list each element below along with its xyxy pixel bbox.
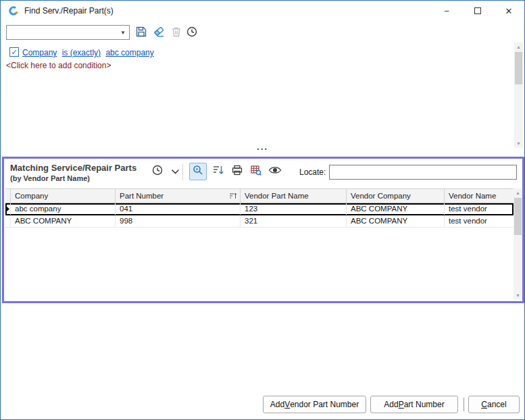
delete-filter-button[interactable] bbox=[168, 25, 184, 41]
scroll-up-arrow-icon[interactable]: ▲ bbox=[514, 43, 523, 51]
cell-part-number: 998 bbox=[116, 215, 241, 227]
maximize-icon bbox=[474, 7, 481, 14]
title-bar: Find Serv./Repair Part(s) – ✕ bbox=[1, 1, 524, 21]
filter-area-scrollbar[interactable]: ▲ ▼ bbox=[514, 43, 523, 148]
column-header-vendor-part-name[interactable]: Vendor Part Name bbox=[241, 189, 347, 203]
results-scrollbar[interactable]: ▲ ▼ bbox=[514, 188, 522, 300]
column-header-part-number[interactable]: Part Number bbox=[116, 189, 241, 203]
view-history-button[interactable] bbox=[149, 163, 166, 180]
cell-vendor-name: test vendor bbox=[445, 215, 514, 227]
cancel-button[interactable]: Cancel bbox=[468, 396, 520, 413]
combo-dropdown-arrow-icon[interactable]: ▼ bbox=[117, 26, 129, 39]
clock-icon bbox=[186, 26, 198, 41]
button-label: art Number bbox=[404, 400, 445, 409]
clock-icon bbox=[151, 164, 164, 179]
cell-company: abc company bbox=[11, 203, 116, 215]
table-search-icon bbox=[250, 164, 262, 179]
splitter-handle[interactable]: ··· bbox=[1, 146, 524, 155]
checkmark-icon: ✓ bbox=[11, 48, 17, 56]
clear-filter-button[interactable] bbox=[151, 25, 167, 41]
eraser-icon bbox=[153, 26, 165, 41]
eye-icon bbox=[268, 165, 282, 178]
cell-company: ABC COMPANY bbox=[11, 215, 116, 227]
scroll-up-arrow-icon[interactable]: ▲ bbox=[514, 188, 522, 197]
close-button[interactable]: ✕ bbox=[493, 1, 524, 21]
view-dropdown-button[interactable] bbox=[166, 163, 184, 180]
scrollbar-thumb[interactable] bbox=[515, 52, 522, 84]
find-parts-dialog: Find Serv./Repair Part(s) – ✕ ▼ bbox=[0, 0, 525, 420]
chevron-down-icon bbox=[171, 165, 180, 178]
locate-label: Locate: bbox=[299, 167, 326, 177]
button-mnemonic: C bbox=[481, 400, 487, 409]
minimize-button[interactable]: – bbox=[431, 1, 462, 21]
trash-icon bbox=[170, 26, 182, 41]
button-label: Add bbox=[384, 400, 398, 409]
window-title: Find Serv./Repair Part(s) bbox=[24, 1, 114, 21]
results-title: Matching Service/Repair Parts bbox=[10, 163, 136, 173]
preview-toggle-button[interactable] bbox=[189, 163, 207, 180]
sort-ascending-icon bbox=[229, 192, 237, 199]
scrollbar-thumb[interactable] bbox=[514, 198, 522, 235]
scroll-down-arrow-icon[interactable]: ▼ bbox=[514, 291, 522, 300]
condition-value-link[interactable]: abc company bbox=[105, 48, 153, 57]
column-header-label: Part Number bbox=[120, 192, 164, 200]
cell-vendor-part-name: 321 bbox=[241, 215, 347, 227]
sort-icon bbox=[212, 164, 224, 179]
toolbar-separator bbox=[182, 163, 183, 180]
save-icon bbox=[135, 26, 147, 41]
cell-vendor-company: ABC COMPANY bbox=[347, 215, 445, 227]
results-table: Company Part Number Vendor Part Name bbox=[5, 188, 514, 228]
sort-button[interactable] bbox=[209, 163, 227, 180]
cell-part-number: 041 bbox=[116, 203, 241, 215]
cell-vendor-company: ABC COMPANY bbox=[347, 203, 445, 215]
close-icon: ✕ bbox=[505, 6, 513, 16]
app-logo-icon bbox=[8, 5, 19, 16]
button-label: ancel bbox=[487, 400, 507, 409]
cell-vendor-name: test vendor bbox=[445, 203, 514, 215]
filter-history-button[interactable] bbox=[184, 25, 200, 41]
results-subtitle: (by Vendor Part Name) bbox=[10, 174, 90, 182]
column-header-vendor-name[interactable]: Vendor Name bbox=[445, 189, 514, 203]
minimize-icon: – bbox=[445, 6, 449, 16]
printer-icon bbox=[231, 164, 243, 179]
row-selector-cell bbox=[5, 203, 11, 215]
save-filter-button[interactable] bbox=[133, 25, 149, 41]
cell-vendor-part-name: 123 bbox=[241, 203, 347, 215]
button-label: endor Part Number bbox=[290, 400, 359, 409]
button-label: Add bbox=[270, 400, 284, 409]
button-mnemonic: P bbox=[399, 400, 404, 409]
matching-parts-panel: Matching Service/Repair Parts (by Vendor… bbox=[2, 157, 524, 303]
header-gutter-cell bbox=[5, 189, 11, 203]
magnifier-icon bbox=[192, 164, 204, 179]
button-mnemonic: V bbox=[284, 400, 290, 409]
saved-filter-combobox[interactable]: ▼ bbox=[6, 25, 130, 40]
print-button[interactable] bbox=[228, 163, 246, 180]
locate-input[interactable] bbox=[329, 165, 517, 180]
condition-checkbox[interactable]: ✓ bbox=[9, 47, 19, 57]
table-row[interactable]: ABC COMPANY 998 321 ABC COMPANY test ven… bbox=[5, 215, 514, 228]
filter-condition-row: Company is (exactly) abc company bbox=[22, 48, 157, 57]
saved-filter-input[interactable] bbox=[8, 26, 115, 38]
button-divider bbox=[464, 398, 464, 411]
add-part-number-button[interactable]: Add Part Number bbox=[370, 396, 458, 413]
add-vendor-part-number-button[interactable]: Add Vendor Part Number bbox=[263, 396, 366, 413]
condition-field-link[interactable]: Company bbox=[22, 48, 57, 57]
row-selector-cell bbox=[5, 215, 11, 227]
table-header-row: Company Part Number Vendor Part Name bbox=[5, 188, 514, 203]
column-header-vendor-company[interactable]: Vendor Company bbox=[347, 189, 445, 203]
maximize-button[interactable] bbox=[462, 1, 493, 21]
view-options-button[interactable] bbox=[266, 163, 284, 180]
table-row-selected[interactable]: abc company 041 123 ABC COMPANY test ven… bbox=[5, 203, 514, 215]
current-row-arrow-icon bbox=[6, 206, 9, 212]
find-in-view-button[interactable] bbox=[247, 163, 265, 180]
condition-operator-link[interactable]: is (exactly) bbox=[62, 48, 101, 57]
add-condition-link[interactable]: <Click here to add condition> bbox=[6, 61, 111, 70]
column-header-company[interactable]: Company bbox=[11, 189, 116, 203]
